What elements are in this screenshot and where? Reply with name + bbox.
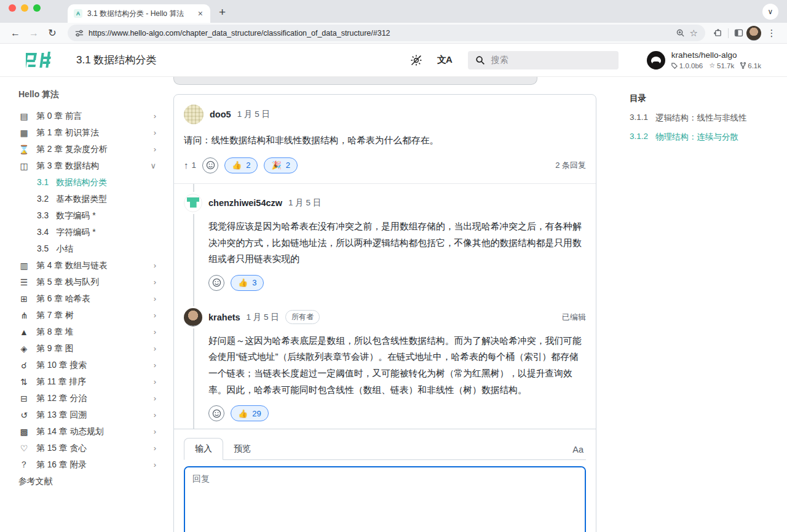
sidebar-item-chapter-0[interactable]: ▤ 第 0 章 前言 ›	[18, 108, 160, 124]
chevron-right-icon: ›	[154, 344, 160, 353]
chevron-right-icon: ›	[154, 460, 160, 469]
sidebar-item-chapter-10[interactable]: ☌ 第 10 章 搜索 ›	[18, 357, 160, 373]
sidebar-item-chapter-14[interactable]: ▩ 第 14 章 动态规划 ›	[18, 423, 160, 440]
comment-author[interactable]: doo5	[210, 109, 231, 119]
chevron-right-icon: ›	[154, 111, 160, 121]
text-format-icon[interactable]: Aa	[572, 445, 586, 459]
tab-write[interactable]: 输入	[184, 438, 223, 460]
window-close-button[interactable]	[9, 4, 16, 12]
window-zoom-button[interactable]	[33, 4, 41, 12]
tab-title: 3.1 数据结构分类 - Hello 算法	[87, 9, 192, 19]
repo-forks: 6.1k	[740, 62, 761, 69]
sidebar-item-chapter-13[interactable]: ↺ 第 13 章 回溯 ›	[18, 407, 160, 423]
repo-stars: ☆ 51.7k	[709, 62, 734, 69]
tab-preview[interactable]: 预览	[223, 439, 261, 459]
url-bar[interactable]: https://www.hello-algo.com/chapter_data_…	[68, 25, 705, 41]
reply-author[interactable]: krahets	[208, 312, 240, 322]
tree-icon: ⋔	[18, 311, 30, 320]
browser-tabstrip: A 3.1 数据结构分类 - Hello 算法 × + ∨	[0, 0, 787, 23]
window-minimize-button[interactable]	[21, 4, 28, 12]
window-controls	[9, 0, 41, 23]
smiley-icon	[206, 161, 215, 170]
sort-icon: ⇅	[18, 377, 30, 387]
chevron-right-icon: ›	[154, 128, 160, 137]
reply: chenzhiwei54czw 1 月 5 日 我觉得应该是因为哈希表在没有冲突…	[174, 184, 596, 298]
reaction-thumbsup[interactable]: 👍3	[231, 275, 264, 291]
forward-button[interactable]: →	[26, 25, 42, 41]
avatar[interactable]	[184, 105, 204, 124]
reply-date: 1 月 5 日	[288, 197, 321, 208]
sidebar-item-chapter-7[interactable]: ⋔ 第 7 章 树 ›	[18, 307, 160, 324]
site-header: 3.1 数据结构分类 文A 搜索 krahets/hello-algo 1.0.…	[0, 44, 787, 77]
reaction-thumbsup[interactable]: 👍29	[231, 405, 269, 421]
sidebar-item-chapter-12[interactable]: ⊟ 第 12 章 分治 ›	[18, 390, 160, 407]
search-box[interactable]: 搜索	[468, 51, 619, 69]
comment-root: doo5 1 月 5 日 请问：线性数据结构和非线性数据结构，哈希表为什么都存在…	[174, 95, 596, 183]
toc-item-3-1-2[interactable]: 3.1.2 物理结构：连续与分散	[630, 132, 781, 143]
sidebar-item-chapter-4[interactable]: ▥ 第 4 章 数组与链表 ›	[18, 257, 160, 274]
upvote-button[interactable]: ↑ 1	[184, 160, 196, 170]
sidebar-item-chapter-2[interactable]: ⌛ 第 2 章 复杂度分析 ›	[18, 141, 160, 157]
repo-name: krahets/hello-algo	[671, 50, 761, 60]
divide-conquer-icon: ⊟	[18, 394, 30, 403]
reaction-tada[interactable]: 🎉2	[264, 157, 297, 173]
sidebar-item-3-4[interactable]: 3.4 字符编码 *	[18, 224, 160, 240]
sidebar-item-chapter-8[interactable]: ▲ 第 8 章 堆 ›	[18, 324, 160, 340]
reaction-thumbsup[interactable]: 👍2	[224, 157, 258, 173]
new-tab-button[interactable]: +	[219, 6, 226, 19]
comment-card: doo5 1 月 5 日 请问：线性数据结构和非线性数据结构，哈希表为什么都存在…	[173, 94, 596, 532]
side-panel-icon[interactable]	[734, 28, 744, 38]
back-button[interactable]: ←	[7, 25, 23, 41]
site-settings-icon[interactable]	[75, 29, 84, 38]
tab-search-chevron-icon[interactable]: ∨	[762, 4, 778, 20]
bookmark-star-icon[interactable]: ☆	[690, 28, 698, 39]
zoom-page-icon[interactable]	[676, 28, 685, 38]
avatar[interactable]	[184, 194, 202, 212]
add-reaction-button[interactable]	[202, 157, 218, 173]
chevron-right-icon: ›	[154, 261, 160, 270]
tab-close-icon[interactable]: ×	[197, 9, 204, 18]
repo-source-link[interactable]: krahets/hello-algo 1.0.0b6 ☆ 51.7k 6.1k	[647, 50, 761, 69]
profile-avatar[interactable]	[746, 26, 761, 41]
sidebar-item-chapter-9[interactable]: ◈ 第 9 章 图 ›	[18, 340, 160, 357]
sidebar-item-chapter-16[interactable]: ？ 第 16 章 附录 ›	[18, 456, 160, 473]
reply: krahets 1 月 5 日 所有者 已编辑 好问题～这因为哈希表底层是数组，…	[174, 298, 596, 429]
toc-title: 目录	[630, 93, 781, 104]
add-reaction-button[interactable]	[208, 275, 224, 291]
browser-menu-kebab-icon[interactable]: ⋮	[764, 25, 780, 41]
backtrack-icon: ↺	[18, 410, 30, 420]
tag-icon	[671, 63, 678, 69]
browser-tab[interactable]: A 3.1 数据结构分类 - Hello 算法 ×	[68, 4, 210, 23]
star-icon: ☆	[709, 62, 715, 69]
avatar[interactable]	[184, 308, 202, 327]
shapes-icon: ◫	[18, 161, 30, 171]
sidebar-item-3-2[interactable]: 3.2 基本数据类型	[18, 191, 160, 207]
sidebar-item-references[interactable]: 参考文献	[18, 473, 160, 490]
sidebar-item-3-5[interactable]: 3.5 小结	[18, 240, 160, 257]
sidebar-site-title: Hello 算法	[18, 89, 160, 100]
extensions-puzzle-icon[interactable]	[713, 28, 723, 38]
sidebar-item-chapter-1[interactable]: ▦ 第 1 章 初识算法 ›	[18, 124, 160, 141]
chevron-right-icon: ›	[154, 410, 160, 419]
sidebar-item-3-3[interactable]: 3.3 数字编码 *	[18, 207, 160, 224]
reply-textarea[interactable]	[185, 467, 585, 532]
sidebar-item-chapter-3[interactable]: ◫ 第 3 章 数据结构 ∨	[18, 157, 160, 174]
page-title: 3.1 数据结构分类	[76, 53, 156, 67]
chevron-right-icon: ›	[154, 294, 160, 303]
stack-icon: ☰	[18, 277, 30, 287]
chevron-right-icon: ›	[154, 360, 160, 370]
sidebar-item-chapter-6[interactable]: ⊞ 第 6 章 哈希表 ›	[18, 290, 160, 307]
sidebar-item-chapter-15[interactable]: ♡ 第 15 章 贪心 ›	[18, 440, 160, 456]
hello-algo-logo[interactable]	[26, 52, 60, 69]
reload-button[interactable]: ↻	[44, 25, 60, 41]
language-translate-icon[interactable]: 文A	[437, 54, 452, 66]
theme-toggle-icon[interactable]	[410, 54, 422, 66]
dp-grid-icon: ▩	[18, 427, 30, 437]
chevron-right-icon: ›	[154, 327, 160, 336]
sidebar-item-3-1[interactable]: 3.1 数据结构分类	[18, 174, 160, 191]
reply-author[interactable]: chenzhiwei54czw	[208, 198, 282, 208]
sidebar-item-chapter-5[interactable]: ☰ 第 5 章 栈与队列 ›	[18, 274, 160, 290]
add-reaction-button[interactable]	[208, 405, 224, 421]
sidebar-item-chapter-11[interactable]: ⇅ 第 11 章 排序 ›	[18, 373, 160, 390]
toc-item-3-1-1[interactable]: 3.1.1 逻辑结构：线性与非线性	[630, 113, 781, 124]
